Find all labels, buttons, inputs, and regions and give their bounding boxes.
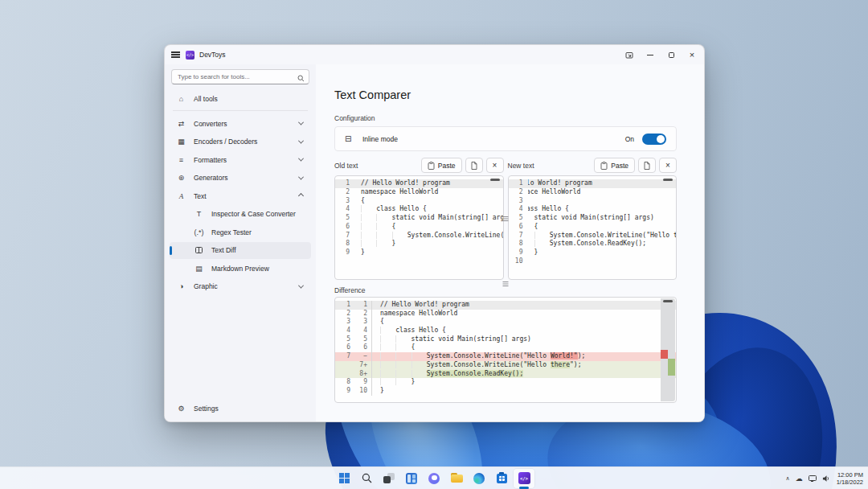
new-load-file-button[interactable] <box>638 158 656 173</box>
sidebar-item-formatters[interactable]: ≡Formatters <box>170 151 311 168</box>
file-explorer-icon <box>451 473 463 483</box>
devtoys-logo-icon: </> <box>186 51 194 60</box>
configuration-label: Configuration <box>334 114 677 122</box>
code-line[interactable]: 2namespace HelloWorld <box>335 188 503 197</box>
old-text-editor[interactable]: 1// Hello World! program2namespace Hello… <box>334 175 504 280</box>
new-text-editor[interactable]: 1// Hello World! program2namespace Hello… <box>508 175 678 280</box>
store-icon <box>497 474 507 483</box>
new-paste-button[interactable]: Paste <box>594 158 635 173</box>
minimize-button[interactable] <box>640 46 661 64</box>
inline-mode-toggle[interactable] <box>642 134 666 145</box>
code-line[interactable]: 5 static void Main(string[] args) <box>335 214 503 223</box>
taskbar-clock[interactable]: 12:00 PM 1/18/2022 <box>837 471 863 486</box>
new-text-pane: New text Paste × 1// He <box>508 158 678 280</box>
old-clear-button[interactable]: × <box>486 158 504 173</box>
sidebar-item-generators[interactable]: ⊛Generators <box>170 170 311 187</box>
code-line[interactable]: 9} <box>335 249 503 257</box>
old-load-file-button[interactable] <box>465 158 483 173</box>
taskbar-devtoys-button[interactable]: </> <box>514 469 534 488</box>
new-line-number: 2 <box>354 310 372 318</box>
code-line[interactable]: 9 } <box>509 249 677 257</box>
inline-mode-label: Inline mode <box>362 135 398 143</box>
taskbar-task-view-button[interactable] <box>379 469 399 488</box>
code-line[interactable]: 5 static void Main(string[] args) <box>509 214 677 223</box>
horizontal-splitter-grip[interactable] <box>503 284 509 285</box>
diff-scrollbar-rail[interactable] <box>661 298 675 401</box>
volume-icon[interactable] <box>822 475 831 483</box>
diff-line-context[interactable]: 66 { <box>335 343 676 352</box>
sidebar-item-graphic[interactable]: ◑Graphic <box>170 278 311 295</box>
scrollbar-thumb[interactable] <box>663 179 673 181</box>
taskbar-search-button[interactable] <box>356 469 377 488</box>
diff-line-context[interactable]: 89 } <box>335 378 676 387</box>
code-line[interactable]: 2namespace HelloWorld <box>509 188 677 197</box>
scrollbar-thumb[interactable] <box>490 179 500 181</box>
sidebar-item-encoders-decoders[interactable]: ▦Encoders / Decoders <box>170 134 311 150</box>
chevron-down-icon <box>298 282 304 288</box>
sidebar-item-label: Text <box>194 192 207 200</box>
taskbar-file-explorer-button[interactable] <box>446 469 467 488</box>
taskbar-widgets-button[interactable] <box>401 469 422 488</box>
line-number: 7 <box>509 232 528 240</box>
chevron-down-icon <box>298 120 304 125</box>
new-line-number: 3 <box>354 318 372 327</box>
code-line[interactable]: 8 } <box>335 240 503 249</box>
code-line[interactable]: 7 System.Console.WriteLine("Hello there"… <box>509 232 677 240</box>
diff-line-context[interactable]: 44 class Hello { <box>335 327 676 335</box>
diff-line-context[interactable]: 11// Hello World! program <box>335 301 676 310</box>
code-line[interactable]: 8 System.Console.ReadKey(); <box>509 240 677 249</box>
diff-line-context[interactable]: 22namespace HelloWorld <box>335 310 676 318</box>
line-number: 9 <box>509 249 528 257</box>
pane-splitter-grip[interactable] <box>503 219 509 220</box>
taskbar-chat-button[interactable] <box>424 469 444 488</box>
compact-overlay-button[interactable] <box>619 46 640 64</box>
line-number: 7 <box>335 232 354 240</box>
code-line[interactable]: 3{ <box>335 197 503 206</box>
sidebar-item-label: Formatters <box>194 156 227 164</box>
network-icon[interactable] <box>809 475 817 481</box>
onedrive-cloud-icon[interactable]: ☁ <box>796 475 803 483</box>
difference-viewer[interactable]: 11// Hello World! program22namespace Hel… <box>334 297 677 403</box>
difference-label: Difference <box>334 286 677 294</box>
scrollbar-thumb[interactable] <box>663 300 673 302</box>
code-line[interactable]: 6 { <box>335 223 503 232</box>
line-number: 3 <box>335 197 354 206</box>
code-line[interactable]: 10} <box>509 257 677 266</box>
old-paste-button[interactable]: Paste <box>421 158 462 173</box>
new-line-number: − <box>354 352 372 361</box>
tray-chevron-up-icon[interactable]: ∧ <box>786 475 790 482</box>
sidebar-item-text[interactable]: AText <box>170 187 311 204</box>
taskbar-store-button[interactable] <box>491 469 512 488</box>
code-line[interactable]: 1// Hello World! program <box>509 179 677 188</box>
taskbar-edge-button[interactable] <box>469 469 489 488</box>
diff-line-deleted[interactable]: 7− System.Console.WriteLine("Hello World… <box>335 352 676 361</box>
code-line[interactable]: 1// Hello World! program <box>335 179 503 188</box>
nav-menu-button[interactable] <box>165 46 186 64</box>
code-line[interactable]: 7 System.Console.WriteLine("Hello World!… <box>335 232 503 240</box>
gear-icon: ⚙ <box>176 405 186 413</box>
code-line[interactable]: 4 class Hello { <box>509 205 677 214</box>
search-input[interactable] <box>171 69 309 84</box>
sidebar-item-text-diff[interactable]: Text Diff <box>170 242 311 259</box>
sidebar-item-all-tools[interactable]: ⌂All tools <box>170 90 311 107</box>
line-number: 3 <box>509 197 528 206</box>
sidebar-item-regex-tester[interactable]: (.*)Regex Tester <box>170 224 311 240</box>
close-button[interactable]: × <box>682 46 702 64</box>
sidebar-item-inspector-case-converter[interactable]: TInspector & Case Converter <box>170 206 311 223</box>
diff-line-context[interactable]: 55 static void Main(string[] args) <box>335 335 676 344</box>
new-clear-button[interactable]: × <box>659 158 677 173</box>
line-number: 6 <box>335 223 354 232</box>
code-line[interactable]: 6 { <box>509 223 677 232</box>
sidebar-item-settings[interactable]: ⚙ Settings <box>170 400 311 417</box>
chat-icon <box>428 473 440 484</box>
taskbar-start-button[interactable] <box>334 469 354 488</box>
diff-line-context[interactable]: 910} <box>335 387 676 396</box>
diff-line-added[interactable]: 7+ System.Console.WriteLine("Hello there… <box>335 361 676 370</box>
diff-line-context[interactable]: 33{ <box>335 318 676 327</box>
code-line[interactable]: 3{ <box>509 197 677 206</box>
maximize-button[interactable] <box>661 46 682 64</box>
sidebar-item-markdown-preview[interactable]: ▤Markdown Preview <box>170 260 311 277</box>
diff-line-added[interactable]: 8+ System.Console.ReadKey(); <box>335 370 676 379</box>
sidebar-item-converters[interactable]: ⇄Converters <box>170 115 311 132</box>
code-line[interactable]: 4 class Hello { <box>335 205 503 214</box>
